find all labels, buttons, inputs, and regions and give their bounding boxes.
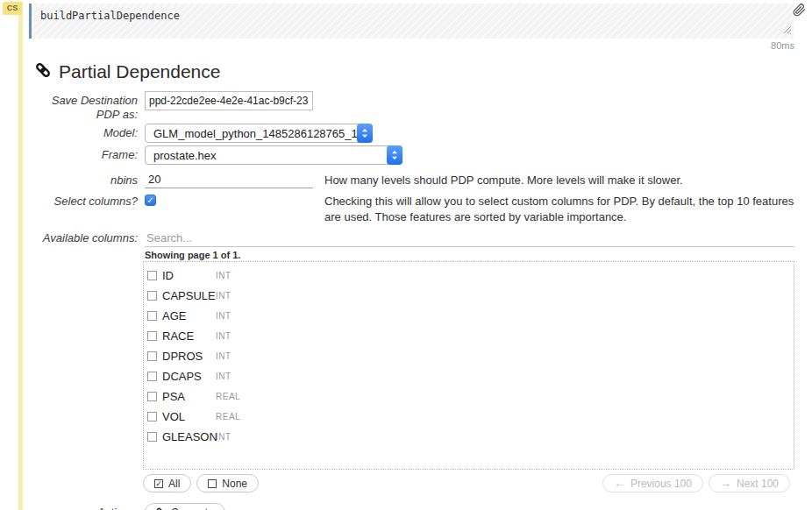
frame-select[interactable]: prostate.hex — [145, 145, 402, 165]
chevron-up-down-icon — [357, 124, 373, 143]
column-name: RACE — [160, 329, 216, 343]
column-list-item: ID INT — [147, 266, 794, 286]
paging-status: Showing page 1 of 1. — [143, 247, 794, 261]
column-list-item: CAPSULE INT — [147, 286, 794, 306]
column-checkbox[interactable] — [147, 331, 157, 341]
column-type: INT — [216, 271, 231, 280]
column-name: ID — [160, 269, 216, 282]
column-type: INT — [216, 372, 231, 381]
previous-page-button[interactable]: ← Previous 100 — [602, 474, 703, 492]
chevron-up-down-icon — [387, 145, 402, 165]
column-list-item: DCAPS INT — [147, 366, 794, 386]
column-checkbox[interactable] — [147, 372, 157, 381]
page-title: Partial Dependence — [59, 61, 220, 82]
arrow-left-icon: ← — [614, 478, 625, 489]
column-name: AGE — [160, 309, 216, 322]
select-columns-help-text: Checking this will allow you to select c… — [324, 192, 794, 225]
save-destination-label: Save Destination PDP as: — [35, 91, 138, 122]
next-page-label: Next 100 — [737, 478, 779, 490]
select-all-button[interactable]: ✓ All — [143, 474, 191, 492]
column-type: INT — [216, 311, 231, 321]
nbins-input[interactable] — [145, 172, 313, 188]
code-cell[interactable]: buildPartialDependence — [29, 4, 794, 39]
column-name: CAPSULE — [160, 289, 216, 302]
checked-checkbox-icon: ✓ — [154, 479, 163, 488]
column-checkbox[interactable] — [147, 311, 157, 321]
column-type: INT — [216, 432, 231, 442]
execution-time: 80ms — [771, 40, 794, 51]
select-none-label: None — [222, 478, 247, 490]
resize-handle-icon[interactable] — [783, 25, 792, 37]
next-page-button[interactable]: → Next 100 — [709, 474, 790, 492]
column-list-item: RACE INT — [147, 326, 794, 346]
cell-selection-bar — [18, 2, 23, 510]
column-type: REAL — [216, 392, 240, 401]
nbins-label: nbins — [35, 171, 138, 188]
available-columns-label: Available columns: — [35, 229, 138, 245]
column-checkbox[interactable] — [147, 271, 157, 280]
column-type: REAL — [216, 412, 240, 421]
column-list-item: VOL REAL — [147, 407, 794, 427]
column-list-item: AGE INT — [147, 306, 794, 326]
nbins-help-text: How many levels should PDP compute. More… — [324, 171, 794, 188]
column-search-input[interactable] — [145, 229, 794, 247]
column-checkbox[interactable] — [147, 412, 157, 421]
code-text: buildPartialDependence — [40, 10, 180, 22]
model-select[interactable]: GLM_model_python_1485286128765_1 — [145, 124, 373, 143]
frame-label: Frame: — [35, 145, 138, 162]
column-type: INT — [216, 291, 231, 301]
column-name: VOL — [160, 410, 216, 423]
column-checkbox[interactable] — [147, 392, 157, 401]
empty-checkbox-icon — [208, 479, 217, 488]
column-list-item: GLEASON INT — [147, 427, 794, 447]
previous-page-label: Previous 100 — [630, 478, 692, 490]
column-name: DCAPS — [160, 370, 216, 383]
model-select-value: GLM_model_python_1485286128765_1 — [153, 127, 358, 140]
select-all-label: All — [168, 478, 180, 490]
column-checkbox[interactable] — [147, 291, 157, 301]
select-columns-label: Select columns? — [35, 192, 138, 209]
compute-label: Compute — [171, 506, 214, 510]
cell-type-badge: CS — [3, 2, 22, 15]
paperclip-icon[interactable] — [793, 4, 806, 20]
column-type: INT — [216, 351, 231, 361]
column-type: INT — [216, 331, 231, 341]
column-name: GLEASON — [160, 430, 216, 443]
column-list-item: PSA REAL — [147, 386, 794, 407]
model-label: Model: — [35, 124, 138, 140]
compute-button[interactable]: Compute — [145, 503, 225, 510]
select-columns-checkbox[interactable]: ✓ — [145, 195, 156, 206]
column-checkbox[interactable] — [147, 432, 157, 442]
column-list-item: DPROS INT — [147, 346, 794, 366]
frame-select-value: prostate.hex — [153, 149, 217, 162]
save-destination-input[interactable] — [145, 91, 313, 110]
column-name: PSA — [160, 390, 216, 403]
link-icon — [35, 62, 51, 81]
select-none-button[interactable]: None — [196, 474, 259, 492]
columns-list: ID INT CAPSULE INT AGE INT RACE INT — [143, 261, 794, 470]
arrow-right-icon: → — [720, 478, 731, 489]
actions-label: Actions: — [35, 506, 138, 510]
column-checkbox[interactable] — [147, 351, 157, 361]
column-name: DPROS — [160, 350, 216, 363]
